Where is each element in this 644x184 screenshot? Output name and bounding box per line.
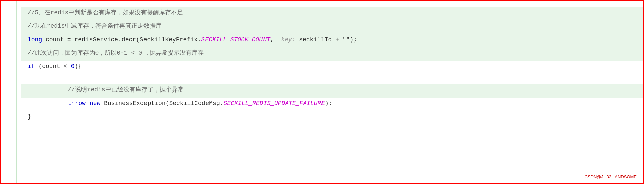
closing-brace: } [27, 112, 31, 122]
code-line-2: //现在redis中减库存，符合条件再真正走数据库 [21, 21, 643, 34]
code-line-4: //此次访问，因为库存为0，所以0-1 < 0 ,抛异常提示没有库存 [21, 48, 643, 61]
code-text-5a: (count < [35, 62, 71, 71]
code-line-1: //5、在redis中判断是否有库存，如果没有提醒库存不足 [21, 7, 643, 21]
keyword-if: if [27, 62, 35, 71]
code-line-5: if (count < 0 ){ [21, 61, 643, 74]
code-line-6 [21, 74, 643, 84]
comment-text-2: //现在redis中减库存，符合条件再真正走数据库 [27, 21, 162, 31]
code-text-3b: , [270, 35, 281, 45]
code-line-3: long count = redisService.decr(SeckillKe… [21, 34, 643, 48]
watermark: CSDN@JH32HANDSOME [585, 174, 637, 181]
code-container: //5、在redis中判断是否有库存，如果没有提醒库存不足 //现在redis中… [0, 0, 644, 184]
code-text-3c: seckillId + ""); [295, 35, 357, 45]
code-line-9: } [21, 111, 643, 125]
keyword-long: long [27, 35, 42, 45]
constant-seckill-stock: SECKILL_STOCK_COUNT [201, 35, 270, 45]
code-line-8: throw new BusinessException(SeckillCodeM… [21, 98, 643, 111]
code-text-3a: count = redisService.decr(SeckillKeyPref… [42, 35, 201, 45]
code-text-8b: BusinessException(SeckillCodeMsg. [100, 99, 223, 108]
comment-text-7: //说明redis中已经没有库存了，抛个异常 [68, 85, 184, 95]
keyword-throw: throw [68, 99, 86, 108]
code-text-8c: ); [325, 99, 332, 108]
constant-redis-failure: SECKILL_REDIS_UPDATE_FAILURE [224, 99, 325, 108]
code-text-8a [86, 99, 90, 108]
param-key-label: key: [281, 35, 295, 45]
keyword-new: new [90, 99, 100, 108]
number-zero: 0 [71, 62, 75, 71]
comment-text: //5、在redis中判断是否有库存，如果没有提醒库存不足 [27, 8, 183, 18]
code-text-5b: ){ [74, 62, 82, 71]
comment-text-4: //此次访问，因为库存为0，所以0-1 < 0 ,抛异常提示没有库存 [27, 48, 204, 58]
code-line-7: //说明redis中已经没有库存了，抛个异常 [21, 84, 643, 98]
left-border-bar [16, 1, 17, 183]
